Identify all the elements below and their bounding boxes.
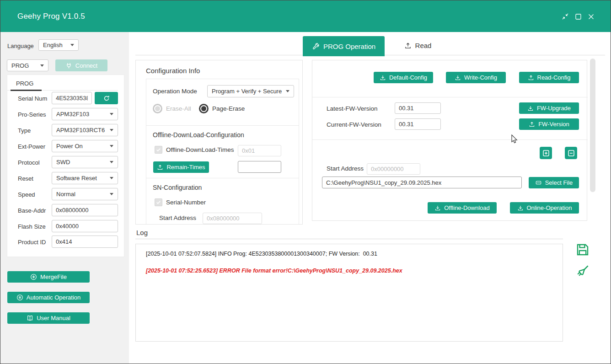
user-manual-button[interactable]: User Manual: [7, 312, 90, 324]
fw-upgrade-button[interactable]: FW-Upgrade: [519, 102, 579, 114]
remain-times-label: Remain-Times: [166, 164, 205, 171]
remove-file-row-button[interactable]: [565, 147, 577, 159]
flash-size-label: Flash Size: [18, 223, 46, 230]
close-button[interactable]: [587, 12, 595, 21]
configuration-info-title: Configuration Info: [146, 67, 200, 75]
operation-circle-icon: [30, 273, 37, 280]
offline-times-checkbox[interactable]: [155, 146, 162, 154]
fw-version-button[interactable]: FW-Version: [519, 118, 579, 130]
ext-power-select[interactable]: Power On: [52, 140, 118, 152]
sn-configuration-section: SN-Configuration Serial-Number Start Add…: [146, 178, 299, 225]
plus-square-icon: [542, 149, 550, 157]
serial-num-input[interactable]: [52, 92, 92, 104]
type-select[interactable]: APM32F103RCT6: [52, 124, 118, 136]
ext-power-label: Ext-Power: [18, 143, 45, 150]
select-file-button[interactable]: Select File: [529, 177, 579, 188]
collapse-icon: [562, 13, 569, 20]
merge-file-button[interactable]: MergeFile: [7, 271, 90, 283]
current-fw-version-input[interactable]: [395, 118, 441, 130]
erase-all-radio[interactable]: [153, 104, 162, 113]
pro-series-label: Pro-Series: [18, 111, 46, 118]
sn-start-address-input[interactable]: [203, 213, 262, 224]
title-bar: Geehy Prog V1.0.5: [0, 0, 611, 32]
clear-log-button[interactable]: [575, 264, 590, 278]
product-id-label: Product ID: [18, 239, 46, 246]
start-address-label: Start Address: [327, 165, 364, 172]
chevron-down-icon: [286, 90, 289, 92]
read-config-button[interactable]: Read-Config: [519, 72, 579, 83]
user-manual-label: User Manual: [37, 315, 70, 321]
latest-fw-version-input[interactable]: [395, 102, 441, 114]
remain-times-value-input[interactable]: [238, 161, 281, 173]
save-log-button[interactable]: [575, 242, 590, 257]
collapse-window-button[interactable]: [561, 12, 569, 21]
broom-icon: [575, 264, 590, 278]
offline-times-label: Offline-DownLoad-Times: [166, 146, 234, 153]
operation-mode-label: Operation Mode: [153, 88, 197, 95]
offline-times-input[interactable]: [238, 145, 281, 156]
online-operation-button[interactable]: Online-Operation: [510, 202, 579, 214]
mode-value: PROG: [11, 62, 29, 69]
flash-size-input[interactable]: [52, 220, 118, 232]
erase-all-radio-group[interactable]: Erase-All: [153, 104, 191, 113]
file-path-input[interactable]: [322, 177, 522, 188]
remain-times-button[interactable]: Remain-Times: [153, 161, 209, 173]
default-config-label: Default-Config: [389, 74, 427, 81]
offline-download-title: Offline-DownLoad-Configuration: [153, 131, 244, 139]
reset-select[interactable]: Software Reset: [52, 172, 118, 184]
fw-version-label: FW-Version: [538, 121, 569, 128]
automatic-operation-button[interactable]: Automatic Operation: [7, 292, 90, 303]
fw-upgrade-label: FW-Upgrade: [537, 105, 571, 112]
download-icon: [517, 205, 524, 211]
refresh-serial-button[interactable]: [95, 92, 118, 104]
start-address-input[interactable]: [367, 163, 420, 175]
maximize-button[interactable]: [574, 12, 582, 21]
active-tab-underline: [11, 90, 42, 91]
chevron-down-icon: [110, 145, 113, 147]
speed-value: Normal: [56, 191, 75, 198]
wrench-icon: [312, 43, 320, 50]
tab-read[interactable]: Read: [385, 36, 451, 55]
offline-download-button[interactable]: Offline-Download: [428, 202, 497, 214]
language-select[interactable]: English: [38, 39, 79, 51]
pro-series-select[interactable]: APM32F103: [52, 108, 118, 120]
page-erase-radio[interactable]: [199, 104, 209, 113]
product-id-input[interactable]: [52, 236, 118, 248]
chevron-down-icon: [70, 44, 74, 46]
add-file-row-button[interactable]: [540, 147, 552, 159]
tab-prog-operation[interactable]: PROG Operation: [303, 36, 385, 56]
mode-select[interactable]: PROG: [7, 59, 48, 71]
default-config-button[interactable]: Default-Config: [374, 72, 433, 83]
tab-prog-settings[interactable]: PROG: [16, 80, 33, 87]
write-config-button[interactable]: Write-Config: [446, 72, 506, 83]
app-window: Geehy Prog V1.0.5 Language English PROG …: [0, 0, 611, 364]
minus-square-icon: [567, 149, 575, 157]
base-addr-input[interactable]: [52, 204, 118, 216]
section-divider: [312, 97, 588, 97]
current-fw-version-label: Current-FW-Version: [327, 121, 381, 128]
upload-icon: [157, 164, 163, 171]
speed-select[interactable]: Normal: [52, 188, 118, 200]
serial-num-label: Serial Num: [18, 95, 47, 102]
download-icon: [455, 75, 461, 81]
reset-value: Software Reset: [56, 175, 97, 182]
vertical-scrollbar[interactable]: [590, 59, 595, 192]
log-title: Log: [136, 229, 148, 236]
merge-file-label: MergeFile: [40, 273, 67, 280]
log-entry-info: [2025-10-01 07:52:07.5824] INFO Prog: 4E…: [146, 251, 552, 257]
log-box[interactable]: [2025-10-01 07:52:07.5824] INFO Prog: 4E…: [135, 244, 563, 342]
serial-number-checkbox[interactable]: [155, 198, 162, 206]
browse-file-icon: [535, 179, 542, 186]
operation-mode-select[interactable]: Program + Verify + Secure: [207, 85, 294, 97]
select-file-label: Select File: [545, 179, 573, 186]
sn-configuration-title: SN-Configuration: [153, 184, 202, 191]
protocol-value: SWD: [56, 159, 70, 166]
close-icon: [588, 13, 595, 20]
page-erase-radio-group[interactable]: Page-Erase: [199, 104, 245, 113]
connect-button[interactable]: Connect: [55, 59, 107, 71]
protocol-select[interactable]: SWD: [52, 156, 118, 168]
chevron-down-icon: [110, 177, 113, 179]
offline-download-section: Offline-DownLoad-Configuration Offline-D…: [146, 125, 299, 179]
serial-number-label: Serial-Number: [166, 199, 206, 206]
log-divider: [135, 239, 563, 239]
